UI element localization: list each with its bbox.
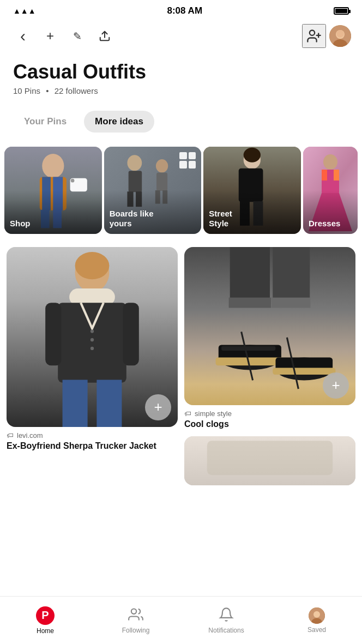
- category-street[interactable]: StreetStyle: [203, 147, 301, 234]
- pin-shoes-source: 🏷 simple style: [184, 410, 355, 418]
- svg-rect-58: [221, 346, 275, 350]
- battery-icon: [334, 7, 349, 15]
- svg-rect-47: [123, 303, 139, 365]
- svg-point-7: [336, 30, 344, 38]
- category-shop[interactable]: Shop: [4, 147, 102, 234]
- nav-home[interactable]: P Home: [0, 597, 90, 644]
- nav-following-label: Following: [122, 627, 150, 634]
- pin-jacket-source: 🏷 levi.com: [7, 431, 178, 440]
- category-boards[interactable]: Boards likeyours: [104, 147, 202, 234]
- toolbar: ‹ + ✎: [0, 20, 362, 52]
- nav-saved-label: Saved: [307, 626, 326, 634]
- svg-point-1: [310, 31, 315, 35]
- back-button[interactable]: ‹: [11, 24, 35, 48]
- edit-button[interactable]: ✎: [65, 24, 89, 48]
- tag-icon: 🏷: [7, 431, 14, 440]
- svg-point-44: [90, 338, 94, 341]
- svg-rect-63: [207, 441, 333, 476]
- nav-saved[interactable]: Saved: [272, 597, 362, 644]
- pin-jacket-image: +: [7, 247, 178, 427]
- category-street-label: StreetStyle: [209, 209, 232, 228]
- status-bar: ▲▲▲ 8:08 AM: [0, 0, 362, 20]
- svg-rect-52: [273, 247, 310, 300]
- category-shop-label: Shop: [10, 219, 31, 228]
- status-time: 8:08 AM: [167, 5, 203, 16]
- board-header: Casual Outfits 10 Pins • 22 followers: [0, 52, 362, 100]
- board-meta: 10 Pins • 22 followers: [13, 86, 349, 95]
- category-boards-label: Boards likeyours: [110, 209, 154, 228]
- pin-jacket-add-button[interactable]: +: [145, 394, 171, 420]
- separator: •: [46, 86, 49, 95]
- svg-point-40: [75, 252, 110, 279]
- nav-saved-avatar: [309, 607, 325, 624]
- tab-more-ideas[interactable]: More ideas: [84, 111, 154, 133]
- signal-icon: ▲▲▲: [13, 7, 36, 15]
- follower-count: 22 followers: [55, 86, 98, 95]
- pin-shoes-add-button[interactable]: +: [323, 372, 349, 399]
- svg-rect-51: [230, 247, 270, 300]
- svg-point-43: [90, 329, 94, 333]
- category-dresses-label: Dresses: [309, 219, 340, 228]
- pin-count: 10 Pins: [13, 86, 40, 95]
- pin-jacket-title: Ex-Boyfriend Sherpa Trucker Jacket: [7, 441, 178, 452]
- nav-home-label: Home: [37, 627, 54, 635]
- pin-partial[interactable]: [184, 436, 355, 485]
- nav-notifications[interactable]: Notifications: [181, 597, 272, 644]
- pin-column-left: + 🏷 levi.com Ex-Boyfriend Sherpa Trucker…: [7, 247, 178, 486]
- svg-rect-42: [58, 303, 126, 383]
- svg-rect-46: [45, 303, 61, 365]
- svg-point-45: [90, 346, 94, 350]
- nav-notifications-label: Notifications: [208, 627, 244, 634]
- pin-grid: + 🏷 levi.com Ex-Boyfriend Sherpa Trucker…: [0, 238, 362, 490]
- pin-column-right: + 🏷 simple style Cool clogs: [184, 247, 355, 486]
- category-grid: Shop: [0, 138, 362, 238]
- svg-point-66: [313, 611, 320, 617]
- svg-rect-61: [273, 368, 335, 375]
- following-icon: [128, 607, 143, 624]
- category-dresses[interactable]: Dresses: [303, 147, 358, 234]
- tabs-container: Your Pins More ideas: [0, 100, 362, 138]
- board-title: Casual Outfits: [13, 61, 349, 83]
- tab-your-pins[interactable]: Your Pins: [13, 111, 77, 133]
- avatar[interactable]: [329, 25, 351, 47]
- pin-shoes-image: +: [184, 247, 355, 405]
- upload-button[interactable]: [93, 24, 117, 48]
- add-button[interactable]: +: [38, 24, 62, 48]
- bottom-nav: P Home Following Notifications: [0, 596, 362, 644]
- nav-following[interactable]: Following: [90, 597, 181, 644]
- svg-rect-49: [96, 380, 122, 427]
- tag-icon-shoes: 🏷: [184, 410, 191, 418]
- pin-jacket[interactable]: + 🏷 levi.com Ex-Boyfriend Sherpa Trucker…: [7, 247, 178, 452]
- add-user-button[interactable]: [302, 24, 326, 48]
- notifications-icon: [219, 607, 234, 624]
- svg-point-64: [131, 609, 136, 613]
- home-logo-icon: P: [36, 606, 55, 625]
- pin-shoes-title: Cool clogs: [184, 419, 355, 430]
- pin-shoes[interactable]: + 🏷 simple style Cool clogs: [184, 247, 355, 430]
- svg-rect-53: [229, 297, 271, 308]
- svg-rect-54: [272, 297, 310, 308]
- svg-rect-57: [216, 357, 285, 365]
- svg-rect-48: [63, 380, 88, 427]
